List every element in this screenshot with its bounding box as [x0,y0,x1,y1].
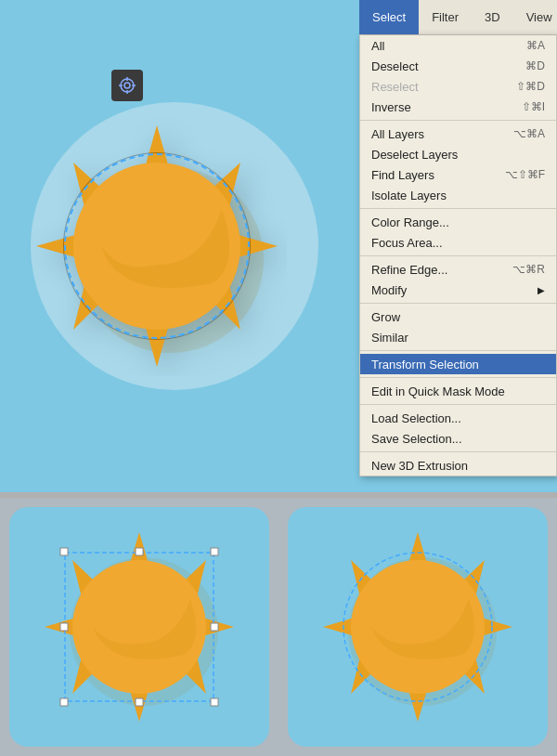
menu-item-label: Refine Edge... [371,263,447,277]
svg-rect-30 [60,623,68,631]
menu-item-label: New 3D Extrusion [371,459,468,473]
svg-rect-33 [136,698,143,706]
menu-item-label: Deselect Layers [371,148,458,162]
menu-item-label: Find Layers [371,168,434,182]
menu-item-label: Isolate Layers [371,189,447,202]
menu-item-label: Focus Area... [371,236,443,250]
tab-3d[interactable]: 3D [472,0,513,34]
top-section: Select Filter 3D View All ⌘A Deselect ⌘D… [0,0,557,492]
menu-item-label: Save Selection... [371,432,462,446]
menu-item-refine-edge[interactable]: Refine Edge... ⌥⌘R [360,259,556,280]
menu-item-label: All Layers [371,127,424,141]
menu-item-new-3d[interactable]: New 3D Extrusion [360,455,556,476]
separator-3 [360,255,556,256]
menu-item-focus-area[interactable]: Focus Area... [360,232,556,253]
menu-item-label: Transform Selection [371,358,479,371]
menu-item-label: Similar [371,331,408,345]
bottom-left-sun [37,525,241,729]
menu-item-shortcut: ⇧⌘I [522,100,545,113]
menu-item-deselect[interactable]: Deselect ⌘D [360,56,556,76]
menu-item-save-selection[interactable]: Save Selection... [360,428,556,449]
menu-item-shortcut: ⌘D [525,59,545,72]
menu-tabs: Select Filter 3D View [359,0,557,35]
svg-rect-27 [60,548,68,555]
menu-item-find-layers[interactable]: Find Layers ⌥⇧⌘F [360,164,556,185]
bottom-section [0,498,557,756]
menu-item-label: Modify [371,283,407,297]
separator-6 [360,377,556,378]
menu-item-shortcut: ⌥⇧⌘F [505,168,545,181]
menu-item-inverse[interactable]: Inverse ⇧⌘I [360,97,556,117]
menu-item-modify[interactable]: Modify ▶ [360,280,556,300]
menu-item-shortcut: ⌥⌘A [513,127,545,140]
menu-item-all-layers[interactable]: All Layers ⌥⌘A [360,124,556,144]
menu-item-label: Inverse [371,100,411,114]
menu-dropdown: All ⌘A Deselect ⌘D Reselect ⇧⌘D Inverse … [359,35,557,476]
menu-item-quick-mask[interactable]: Edit in Quick Mask Mode [360,381,556,401]
menu-item-shortcut: ⌥⌘R [512,263,545,276]
separator-4 [360,303,556,304]
menu-item-transform-selection[interactable]: Transform Selection [360,354,556,374]
svg-rect-31 [211,623,218,631]
separator-1 [360,120,556,121]
menu-item-deselect-layers[interactable]: Deselect Layers [360,144,556,164]
svg-rect-32 [60,698,68,706]
tab-filter[interactable]: Filter [419,0,472,34]
menu-item-label: Load Selection... [371,411,461,425]
bottom-left-panel [9,507,269,747]
menu-item-all[interactable]: All ⌘A [360,35,556,56]
svg-point-10 [121,79,134,92]
svg-rect-29 [211,548,218,555]
bottom-right-panel [288,507,548,747]
menu-item-label: Color Range... [371,215,449,229]
separator-2 [360,208,556,209]
menu-item-shortcut: ⇧⌘D [516,80,545,93]
menu-item-reselect[interactable]: Reselect ⇧⌘D [360,76,556,97]
svg-rect-34 [211,698,218,706]
menu-item-grow[interactable]: Grow [360,306,556,327]
bottom-right-sun [316,525,520,729]
tab-view[interactable]: View [513,0,557,34]
sun-canvas [0,0,348,492]
menu-item-label: All [371,39,384,53]
svg-rect-28 [136,548,143,555]
tab-select[interactable]: Select [359,0,419,34]
target-icon [111,70,143,101]
menu-bar: Select Filter 3D View All ⌘A Deselect ⌘D… [359,0,557,476]
menu-item-label: Deselect [371,59,419,73]
menu-item-isolate-layers[interactable]: Isolate Layers [360,185,556,205]
svg-point-11 [124,83,130,88]
menu-item-shortcut: ⌘A [526,39,545,52]
menu-item-load-selection[interactable]: Load Selection... [360,408,556,428]
menu-item-label: Edit in Quick Mask Mode [371,385,505,398]
selection-marquee [64,153,250,339]
separator-5 [360,350,556,351]
submenu-arrow-icon: ▶ [538,285,545,295]
menu-item-label: Reselect [371,80,419,94]
menu-item-label: Grow [371,310,400,324]
separator-7 [360,404,556,405]
separator-8 [360,451,556,452]
menu-item-color-range[interactable]: Color Range... [360,212,556,232]
menu-item-similar[interactable]: Similar [360,327,556,347]
